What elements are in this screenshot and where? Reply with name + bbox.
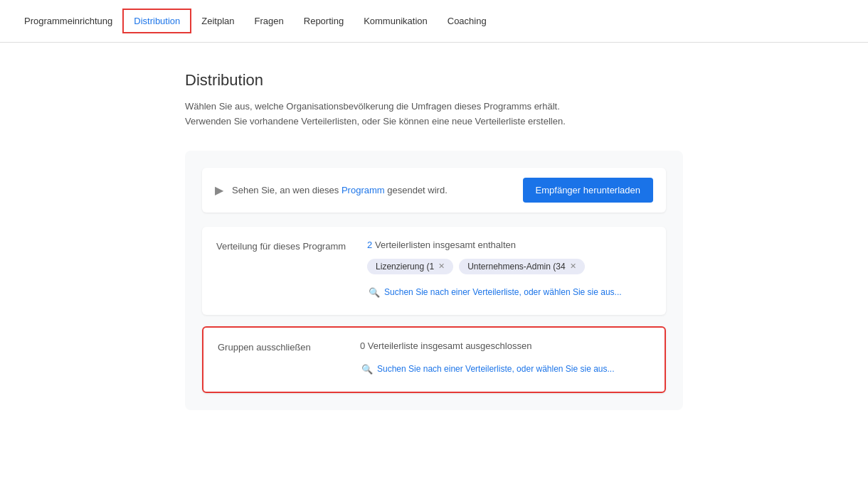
distribution-row: Verteilung für dieses Programm 2 Verteil… xyxy=(216,240,652,302)
tag-unternehmens-remove[interactable]: ✕ xyxy=(570,262,576,271)
exclude-count-text: Verteilerliste insgesamt ausgeschlossen xyxy=(368,340,532,351)
distribution-card: ▶ Sehen Sie, an wen dieses Programm gese… xyxy=(185,151,683,410)
exclude-count-num: 0 xyxy=(360,340,365,351)
exclude-label: Gruppen ausschließen xyxy=(218,340,339,353)
distribution-right: 2 Verteilerlisten insgesamt enthalten Li… xyxy=(367,240,652,302)
nav-reporting[interactable]: Reporting xyxy=(294,10,354,32)
nav-distribution[interactable]: Distribution xyxy=(122,9,191,33)
distribution-count-text: Verteilerlisten insgesamt enthalten xyxy=(375,240,516,250)
distribution-label: Verteilung für dieses Programm xyxy=(216,240,346,252)
exclude-section: Gruppen ausschließen 0 Verteilerliste in… xyxy=(202,326,666,393)
distribution-count: 2 Verteilerlisten insgesamt enthalten xyxy=(367,240,652,250)
content-wrapper: Distribution Wählen Sie aus, welche Orga… xyxy=(185,71,683,421)
exclude-search-row: 🔍 Suchen Sie nach einer Verteilerliste, … xyxy=(360,360,650,379)
distribution-search-link[interactable]: Suchen Sie nach einer Verteilerliste, od… xyxy=(384,287,622,297)
tag-lizenzierung-label: Lizenzierung (1 xyxy=(376,262,434,272)
navigation-bar: Programmeinrichtung Distribution Zeitpla… xyxy=(0,0,868,43)
download-recipients-button[interactable]: Empfänger herunterladen xyxy=(523,178,653,203)
page-title: Distribution xyxy=(185,71,683,90)
tag-lizenzierung-remove[interactable]: ✕ xyxy=(438,262,445,271)
main-content: Distribution Wählen Sie aus, welche Orga… xyxy=(0,43,868,450)
tag-unternehmens-label: Unternehmens-Admin (34 xyxy=(467,262,565,272)
send-row: ▶ Sehen Sie, an wen dieses Programm gese… xyxy=(202,168,666,213)
nav-zeitplan[interactable]: Zeitplan xyxy=(191,10,244,32)
distribution-tags: Lizenzierung (1 ✕ Unternehmens-Admin (34… xyxy=(367,259,652,274)
tag-lizenzierung: Lizenzierung (1 ✕ xyxy=(367,259,453,274)
exclude-right: 0 Verteilerliste insgesamt ausgeschlosse… xyxy=(360,340,650,379)
send-icon: ▶ xyxy=(215,183,223,197)
distribution-count-num: 2 xyxy=(367,240,372,250)
nav-programmeinrichtung[interactable]: Programmeinrichtung xyxy=(14,10,122,32)
exclude-row: Gruppen ausschließen 0 Verteilerliste in… xyxy=(218,340,650,379)
nav-kommunikation[interactable]: Kommunikation xyxy=(354,10,438,32)
exclude-search-link[interactable]: Suchen Sie nach einer Verteilerliste, od… xyxy=(377,364,615,374)
distribution-section: Verteilung für dieses Programm 2 Verteil… xyxy=(202,227,666,315)
search-icon: 🔍 xyxy=(369,287,380,298)
exclude-search-icon: 🔍 xyxy=(361,364,373,375)
distribution-search-row: 🔍 Suchen Sie nach einer Verteilerliste, … xyxy=(367,283,652,302)
send-text: Sehen Sie, an wen dieses Programm gesend… xyxy=(232,185,523,195)
exclude-count: 0 Verteilerliste insgesamt ausgeschlosse… xyxy=(360,340,650,351)
nav-fragen[interactable]: Fragen xyxy=(245,10,294,32)
page-description: Wählen Sie aus, welche Organisationsbevö… xyxy=(185,100,683,129)
nav-coaching[interactable]: Coaching xyxy=(438,10,497,32)
tag-unternehmens-admin: Unternehmens-Admin (34 ✕ xyxy=(459,259,584,274)
